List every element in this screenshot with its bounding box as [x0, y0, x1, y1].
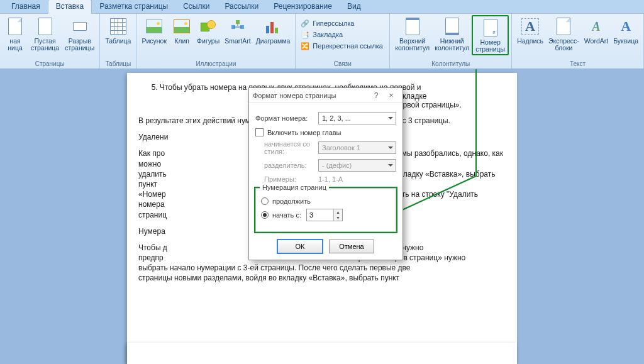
- ribbon: ная ница Пустая страница Разрыв страницы…: [0, 14, 644, 69]
- group-illustrations: Рисунок Клип Фигуры SmartArt Диаграмма И: [136, 14, 296, 69]
- page-icon: [35, 16, 55, 36]
- number-format-select[interactable]: 1, 2, 3, ...: [318, 112, 396, 124]
- footer-icon: [442, 16, 462, 36]
- next-page-peek: [127, 343, 517, 364]
- cover-page-button[interactable]: ная ница: [3, 15, 28, 53]
- table-icon: [108, 16, 128, 36]
- picture-button[interactable]: Рисунок: [139, 15, 169, 46]
- continue-label: продолжить: [272, 197, 311, 205]
- cancel-button[interactable]: Отмена: [329, 240, 374, 253]
- include-chapter-label: Включить номер главы: [267, 129, 341, 136]
- group-text: A Надпись Экспресс-блоки A WordArt A Бук…: [512, 14, 644, 69]
- crossref-icon: 🔀: [300, 41, 310, 51]
- page-number-icon: #: [480, 18, 501, 38]
- textbox-button[interactable]: A Надпись: [514, 15, 546, 46]
- separator-label: разделитель:: [255, 162, 318, 169]
- chart-icon: [263, 16, 283, 36]
- group-label: Текст: [514, 60, 641, 69]
- continue-radio[interactable]: [261, 197, 269, 205]
- spin-up-icon[interactable]: ▲: [334, 209, 342, 215]
- dropcap-button[interactable]: A Буквица: [611, 15, 641, 46]
- picture-icon: [144, 16, 164, 36]
- wordart-icon: A: [586, 16, 606, 36]
- quickparts-button[interactable]: Экспресс-блоки: [546, 15, 582, 53]
- group-label: Связи: [298, 60, 387, 69]
- page-numbering-fieldset: Нумерация страниц продолжить начать с: ▲…: [255, 188, 396, 232]
- spin-down-icon[interactable]: ▼: [334, 215, 342, 221]
- quickparts-icon: [553, 16, 574, 36]
- svg-rect-2: [236, 20, 240, 24]
- group-label: Колонтитулы: [392, 60, 509, 69]
- group-header-footer: Верхний колонтитул Нижний колонтитул # Н…: [390, 14, 512, 69]
- group-label: Таблицы: [103, 60, 133, 69]
- start-at-spinner[interactable]: ▲▼: [306, 209, 343, 221]
- footer-button[interactable]: Нижний колонтитул: [432, 15, 472, 53]
- separator-select: - (дефис): [318, 159, 396, 172]
- hyperlink-button[interactable]: 🔗 Гиперссылка: [298, 18, 356, 29]
- starts-style-select: Заголовок 1: [318, 141, 396, 154]
- bookmark-icon: 📑: [300, 30, 310, 40]
- header-icon: [402, 16, 423, 36]
- group-label: Страницы: [3, 60, 97, 69]
- starts-style-label: начинается со стиля:: [255, 140, 318, 155]
- tab-рецензирование[interactable]: Рецензирование: [266, 0, 340, 13]
- group-tables: Таблица Таблицы: [100, 14, 136, 69]
- include-chapter-checkbox[interactable]: [255, 128, 264, 136]
- examples-label: Примеры:: [255, 175, 318, 183]
- page-number-button[interactable]: # Номер страницы: [472, 15, 509, 55]
- page-break-icon: [70, 16, 90, 36]
- header-button[interactable]: Верхний колонтитул: [392, 15, 432, 53]
- tab-вставка[interactable]: Вставка: [48, 0, 92, 14]
- start-at-input[interactable]: [307, 209, 333, 221]
- bookmark-button[interactable]: 📑 Закладка: [298, 29, 345, 40]
- page-icon: [5, 16, 25, 36]
- ribbon-tabs: ГлавнаяВставкаРазметка страницыСсылкиРас…: [0, 0, 644, 14]
- format-label: Формат номера:: [255, 114, 318, 122]
- page-number-format-dialog: Формат номера страницы ? × Формат номера…: [248, 87, 403, 260]
- dropcap-icon: A: [616, 16, 636, 36]
- close-icon[interactable]: ×: [384, 91, 399, 100]
- chart-button[interactable]: Диаграмма: [253, 15, 293, 46]
- shapes-icon: [198, 16, 218, 36]
- tab-ссылки[interactable]: Ссылки: [175, 0, 217, 13]
- shapes-button[interactable]: Фигуры: [194, 15, 222, 46]
- tab-рассылки[interactable]: Рассылки: [217, 0, 266, 13]
- examples-value: 1-1, 1-A: [318, 175, 343, 183]
- group-pages: ная ница Пустая страница Разрыв страницы…: [0, 14, 100, 69]
- fieldset-legend: Нумерация страниц: [260, 184, 329, 191]
- tab-главная[interactable]: Главная: [4, 0, 48, 13]
- tab-вид[interactable]: Вид: [340, 0, 369, 13]
- clip-button[interactable]: Клип: [169, 15, 194, 46]
- ok-button[interactable]: ОК: [277, 240, 323, 253]
- blank-page-button[interactable]: Пустая страница: [28, 15, 62, 53]
- wordart-button[interactable]: A WordArt: [582, 15, 611, 46]
- clip-icon: [172, 16, 192, 36]
- group-label: Иллюстрации: [139, 60, 292, 69]
- page-break-button[interactable]: Разрыв страницы: [62, 15, 97, 53]
- table-button[interactable]: Таблица: [103, 15, 133, 46]
- smartart-icon: [228, 16, 248, 36]
- tab-разметка страницы[interactable]: Разметка страницы: [92, 0, 175, 13]
- textbox-icon: A: [520, 16, 540, 36]
- start-at-label: начать с:: [272, 211, 301, 219]
- start-at-radio[interactable]: [261, 211, 269, 219]
- dialog-titlebar[interactable]: Формат номера страницы ? ×: [249, 88, 402, 103]
- smartart-button[interactable]: SmartArt: [222, 15, 253, 46]
- hyperlink-icon: 🔗: [300, 18, 310, 28]
- help-icon[interactable]: ?: [369, 91, 384, 100]
- dialog-title: Формат номера страницы: [253, 92, 369, 99]
- crossref-button[interactable]: 🔀 Перекрестная ссылка: [298, 40, 385, 52]
- group-links: 🔗 Гиперссылка 📑 Закладка 🔀 Перекрестная …: [296, 14, 390, 69]
